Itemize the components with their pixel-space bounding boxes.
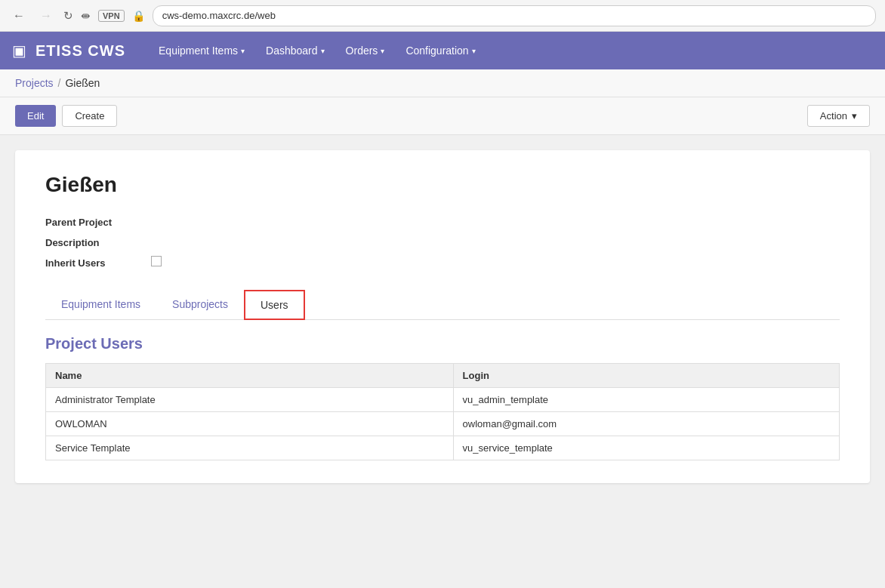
user-name-cell: Administrator Template — [46, 388, 454, 412]
app-title: ETISS CWS — [35, 42, 125, 60]
action-bar-left: Edit Create — [15, 105, 117, 127]
column-header-name: Name — [46, 364, 454, 388]
browser-chrome: ← → ↻ ⇼ VPN 🔒 cws-demo.maxcrc.de/web — [0, 0, 885, 32]
forward-button[interactable]: → — [36, 8, 56, 24]
field-parent-project: Parent Project — [45, 215, 840, 228]
dropdown-arrow-orders: ▾ — [381, 47, 384, 55]
record-title: Gießen — [45, 173, 840, 197]
nav-equipment-items[interactable]: Equipment Items ▾ — [148, 32, 255, 69]
user-name-cell: Service Template — [46, 436, 454, 460]
nav-menu: Equipment Items ▾ Dashboard ▾ Orders ▾ C… — [148, 32, 486, 69]
field-description: Description — [45, 236, 840, 248]
dropdown-arrow-configuration: ▾ — [472, 47, 476, 55]
content-card: Gießen Parent Project Description Inheri… — [15, 150, 870, 483]
back-button[interactable]: ← — [9, 8, 29, 24]
field-label-parent-project: Parent Project — [45, 215, 151, 228]
tab-users[interactable]: Users — [244, 290, 305, 320]
grid-button[interactable]: ⇼ — [81, 9, 91, 23]
column-header-login: Login — [453, 364, 839, 388]
action-bar: Edit Create Action ▾ — [0, 97, 885, 135]
nav-orders[interactable]: Orders ▾ — [335, 32, 396, 69]
tab-subprojects[interactable]: Subprojects — [156, 290, 244, 320]
lock-icon: 🔒 — [132, 10, 145, 22]
user-login-cell: owloman@gmail.com — [453, 412, 839, 436]
nav-dashboard[interactable]: Dashboard ▾ — [255, 32, 335, 69]
user-login-cell: vu_admin_template — [453, 388, 839, 412]
tab-equipment-items[interactable]: Equipment Items — [45, 290, 156, 320]
action-button[interactable]: Action ▾ — [807, 105, 870, 127]
edit-button[interactable]: Edit — [15, 105, 56, 127]
breadcrumb-current: Gießen — [65, 77, 100, 89]
field-label-inherit-users: Inherit Users — [45, 256, 151, 269]
breadcrumb-separator: / — [58, 77, 61, 89]
fields-section: Parent Project Description Inherit Users — [45, 215, 840, 269]
table-row[interactable]: Service Templatevu_service_template — [46, 436, 840, 460]
inherit-users-checkbox[interactable] — [151, 256, 162, 266]
apps-icon[interactable]: ▣ — [12, 42, 26, 60]
table-row[interactable]: OWLOMANowloman@gmail.com — [46, 412, 840, 436]
user-name-cell: OWLOMAN — [46, 412, 454, 436]
action-button-label: Action — [820, 110, 847, 122]
vpn-badge: VPN — [98, 10, 125, 22]
table-row[interactable]: Administrator Templatevu_admin_template — [46, 388, 840, 412]
field-label-description: Description — [45, 236, 151, 248]
dropdown-arrow-equipment: ▾ — [241, 47, 245, 55]
action-dropdown-arrow: ▾ — [852, 110, 857, 122]
table-header-row: Name Login — [46, 364, 840, 388]
users-table: Name Login Administrator Templatevu_admi… — [45, 363, 840, 460]
user-login-cell: vu_service_template — [453, 436, 839, 460]
field-inherit-users: Inherit Users — [45, 256, 840, 269]
refresh-button[interactable]: ↻ — [63, 9, 73, 23]
dropdown-arrow-dashboard: ▾ — [321, 47, 325, 55]
address-bar[interactable]: cws-demo.maxcrc.de/web — [153, 5, 876, 26]
app-navbar: ▣ ETISS CWS Equipment Items ▾ Dashboard … — [0, 32, 885, 69]
project-users-title: Project Users — [45, 335, 840, 352]
tabs-container: Equipment Items Subprojects Users — [45, 290, 840, 320]
main-content: Gießen Parent Project Description Inheri… — [0, 135, 885, 587]
breadcrumb-projects-link[interactable]: Projects — [15, 77, 54, 89]
nav-configuration[interactable]: Configuration ▾ — [395, 32, 486, 69]
create-button[interactable]: Create — [62, 105, 117, 127]
breadcrumb: Projects / Gießen — [0, 69, 885, 97]
url-text: cws-demo.maxcrc.de/web — [162, 10, 276, 21]
